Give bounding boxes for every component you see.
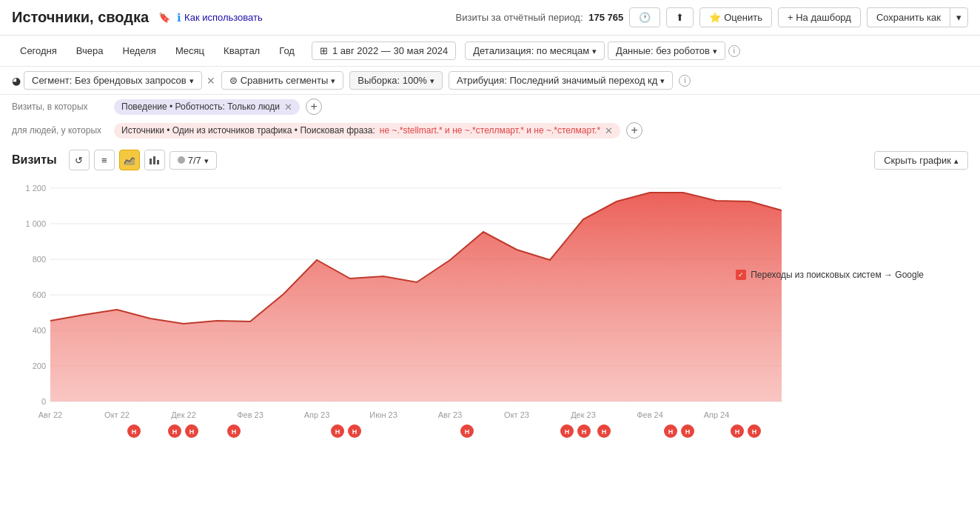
date-range-btn[interactable]: ⊞ 1 авг 2022 — 30 мая 2024 <box>312 41 456 60</box>
svg-rect-3 <box>157 160 159 164</box>
filter2-tag[interactable]: Источники • Один из источников трафика •… <box>114 123 620 139</box>
legend-label: Переходы из поисковых систем → Google <box>751 270 924 280</box>
svg-text:Окт 22: Окт 22 <box>104 410 130 419</box>
svg-text:H: H <box>582 428 587 436</box>
filter1-label: Визиты, в которых <box>12 101 108 112</box>
chart-header: Визиты ↺ ≡ 7/7 Скрыть график <box>0 142 980 173</box>
svg-text:1 200: 1 200 <box>25 184 46 193</box>
tab-week[interactable]: Неделя <box>115 41 164 60</box>
data-btn[interactable]: Данные: без роботов <box>608 41 725 60</box>
svg-text:H: H <box>465 428 470 436</box>
segment-close-icon[interactable]: ✕ <box>207 75 215 87</box>
page-title: Источники, сводка <box>12 9 149 26</box>
metrics-btn[interactable]: 7/7 <box>170 151 217 170</box>
tab-month[interactable]: Месяц <box>167 41 212 60</box>
chevron-down-icon <box>592 45 597 56</box>
info-icon[interactable]: i <box>728 45 740 57</box>
clock-btn[interactable]: 🕐 <box>629 7 660 27</box>
svg-text:H: H <box>752 428 757 436</box>
chart-legend: ✓ Переходы из поисковых систем → Google <box>736 270 924 280</box>
svg-text:H: H <box>735 428 740 436</box>
chart-area: 1 200 1 000 800 600 400 200 0 Авг 22 Окт… <box>12 173 968 447</box>
toolbar1: Сегодня Вчера Неделя Месяц Квартал Год ⊞… <box>0 36 980 67</box>
bar-chart-btn[interactable] <box>144 150 165 170</box>
svg-rect-1 <box>150 159 152 164</box>
svg-text:Дек 23: Дек 23 <box>571 410 596 419</box>
svg-text:Фев 24: Фев 24 <box>637 410 663 419</box>
svg-marker-0 <box>124 158 135 165</box>
svg-text:Авг 22: Авг 22 <box>38 410 62 419</box>
segment-btn[interactable]: Сегмент: Без брендовых запросов <box>24 71 202 90</box>
svg-text:1 000: 1 000 <box>25 219 46 228</box>
chart-tools: ↺ ≡ 7/7 <box>69 150 217 170</box>
bookmark-icon[interactable]: 🔖 <box>156 10 172 26</box>
visits-number: 175 765 <box>588 12 623 23</box>
legend-color-box: ✓ <box>736 270 746 280</box>
sample-btn[interactable]: Выборка: 100% <box>349 71 443 90</box>
save-dropdown-btn[interactable]: ▾ <box>950 7 968 27</box>
tab-yesterday[interactable]: Вчера <box>68 41 112 60</box>
chevron-down-icon <box>660 75 665 86</box>
attribution-info-icon[interactable]: i <box>679 75 691 87</box>
hide-chart-btn[interactable]: Скрыть график <box>874 151 968 170</box>
tab-today[interactable]: Сегодня <box>12 41 65 60</box>
add-filter1-btn[interactable]: + <box>306 99 322 115</box>
chevron-down-icon <box>713 45 717 56</box>
chevron-down-icon <box>430 75 434 86</box>
add-filter2-btn[interactable]: + <box>626 122 642 139</box>
svg-text:H: H <box>189 428 195 436</box>
svg-text:Апр 24: Апр 24 <box>704 410 730 419</box>
svg-text:0: 0 <box>41 397 46 406</box>
calendar-icon: ⊞ <box>320 45 328 56</box>
toolbar2: ◕ Сегмент: Без брендовых запросов ✕ ⊜ Ср… <box>0 67 980 95</box>
svg-text:400: 400 <box>33 326 46 335</box>
svg-text:H: H <box>565 428 570 436</box>
svg-text:H: H <box>668 428 674 436</box>
bar-chart-icon <box>149 154 161 166</box>
save-btn-group: Сохранить как ▾ <box>867 7 968 27</box>
chevron-up-icon <box>954 155 959 166</box>
export-btn[interactable]: ⬆ <box>666 7 694 27</box>
star-icon: ⭐ <box>709 12 721 23</box>
legend-check-icon: ✓ <box>738 271 744 279</box>
area-chart-icon <box>124 154 135 166</box>
filter1-tag[interactable]: Поведение • Роботность: Только люди ✕ <box>114 99 300 115</box>
svg-text:600: 600 <box>33 290 46 299</box>
filter-row-2: для людей, у которых Источники • Один из… <box>0 119 980 142</box>
visits-label: Визиты за отчётный период: 175 765 <box>456 12 624 23</box>
dashboard-btn[interactable]: + На дашборд <box>778 7 861 27</box>
area-chart-btn[interactable] <box>119 150 140 170</box>
save-btn[interactable]: Сохранить как <box>867 7 950 27</box>
chart-svg: 1 200 1 000 800 600 400 200 0 Авг 22 Окт… <box>12 173 789 447</box>
svg-text:Фев 23: Фев 23 <box>237 410 264 419</box>
svg-text:H: H <box>685 428 691 436</box>
header: Источники, сводка 🔖 ℹ Как использовать В… <box>0 0 980 36</box>
how-to-use-link[interactable]: ℹ Как использовать <box>177 11 263 24</box>
detail-btn[interactable]: Детализация: по месяцам <box>465 41 605 60</box>
refresh-tool-btn[interactable]: ↺ <box>69 150 90 170</box>
svg-text:H: H <box>352 428 358 436</box>
chart-title: Визиты <box>12 153 57 167</box>
tab-year[interactable]: Год <box>271 41 303 60</box>
filter2-close-icon[interactable]: ✕ <box>605 125 613 136</box>
compare-btn[interactable]: ⊜ Сравнить сегменты <box>221 71 344 90</box>
attribution-btn[interactable]: Атрибуция: Последний значимый переход кд <box>449 71 673 90</box>
svg-text:Дек 22: Дек 22 <box>171 410 196 419</box>
minus-tool-btn[interactable]: ≡ <box>94 150 115 170</box>
filter2-label: для людей, у которых <box>12 125 108 136</box>
chevron-down-icon <box>189 75 194 86</box>
info-circle-icon: ℹ <box>177 11 181 24</box>
rate-btn[interactable]: ⭐ Оценить <box>699 7 772 27</box>
tab-quarter[interactable]: Квартал <box>215 41 268 60</box>
svg-text:H: H <box>172 428 178 436</box>
header-right: Визиты за отчётный период: 175 765 🕐 ⬆ ⭐… <box>456 7 968 27</box>
header-icons: 🔖 ℹ Как использовать <box>156 10 263 26</box>
filter1-close-icon[interactable]: ✕ <box>284 101 292 113</box>
compare-icon: ⊜ <box>229 75 238 86</box>
chevron-down-icon <box>331 75 335 86</box>
svg-text:Авг 23: Авг 23 <box>438 410 462 419</box>
svg-text:Апр 23: Апр 23 <box>304 410 330 419</box>
svg-text:Окт 23: Окт 23 <box>504 410 529 419</box>
svg-text:800: 800 <box>33 255 46 264</box>
svg-text:200: 200 <box>33 361 46 370</box>
